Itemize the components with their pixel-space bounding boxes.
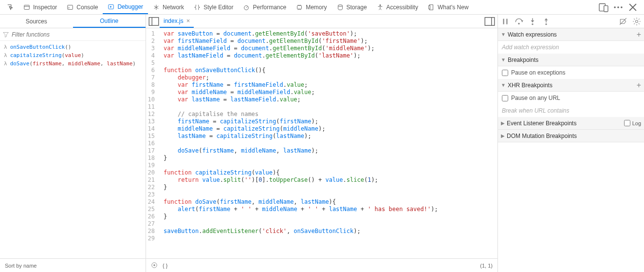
pick-element-icon — [7, 4, 14, 11]
network-icon — [153, 4, 160, 11]
debug-controls — [498, 15, 644, 28]
toggle-right-icon — [484, 16, 496, 27]
close-devtools-button[interactable] — [627, 2, 638, 13]
svg-point-7 — [379, 4, 381, 6]
xhr-breakpoints-title: XHR Breakpoints — [508, 82, 552, 89]
svg-point-21 — [518, 22, 519, 24]
watch-expressions-input[interactable]: Add watch expression — [498, 41, 644, 54]
twisty-down-icon: ▼ — [501, 82, 506, 88]
responsive-icon — [598, 2, 609, 13]
xhr-breakpoints-header[interactable]: ▼ XHR Breakpoints + — [498, 79, 644, 92]
xhr-url-input[interactable]: Break when URL contains — [498, 104, 644, 117]
inspector-icon — [23, 4, 30, 11]
left-panel-tabs: SourcesOutline — [0, 15, 146, 28]
file-tab-close-button[interactable]: × — [186, 17, 190, 24]
svg-point-6 — [338, 4, 342, 6]
left-footer-sort[interactable]: Sort by name — [0, 258, 146, 272]
svg-rect-5 — [297, 5, 302, 9]
tab-debugger[interactable]: Debugger — [103, 0, 148, 14]
what-s-new-icon — [428, 4, 435, 11]
svg-rect-2 — [68, 5, 73, 9]
code-editor[interactable]: 1234567891011121314151617181920212223242… — [146, 28, 497, 258]
file-tab-label: index.js — [164, 18, 184, 24]
tab-performance[interactable]: Performance — [238, 0, 291, 14]
event-listener-breakpoints-header[interactable]: ▶ Event Listener Breakpoints Log — [498, 117, 644, 130]
debugger-settings-button[interactable] — [632, 17, 641, 26]
twisty-down-icon: ▼ — [501, 57, 506, 62]
style-editor-icon — [194, 4, 201, 11]
tab-storage[interactable]: Storage — [332, 0, 372, 14]
add-xhr-breakpoint-button[interactable]: + — [637, 81, 641, 90]
svg-rect-15 — [149, 17, 159, 25]
svg-point-14 — [621, 6, 623, 8]
outline-item[interactable]: λcapitalizeString(value) — [0, 51, 146, 59]
step-over-button[interactable] — [515, 17, 523, 26]
toggle-right-pane-button[interactable] — [484, 16, 496, 27]
cursor-position: (1, 1) — [480, 263, 493, 269]
center-panel: index.js × 12345678910111213141516171819… — [146, 15, 498, 272]
watch-expressions-header[interactable]: ▼ Watch expressions + — [498, 28, 644, 41]
pause-on-exceptions-checkbox[interactable]: Pause on exceptions — [502, 69, 640, 76]
svg-rect-0 — [24, 5, 30, 9]
dots-icon — [613, 2, 624, 13]
filter-icon — [3, 32, 9, 38]
tab-inspector[interactable]: Inspector — [18, 0, 62, 14]
add-watch-button[interactable]: + — [637, 30, 641, 39]
tab-accessibility[interactable]: Accessibility — [372, 0, 423, 14]
accessibility-icon — [377, 4, 384, 11]
dom-mutation-breakpoints-header[interactable]: ▶ DOM Mutation Breakpoints — [498, 130, 644, 142]
toggle-sources-tree-button[interactable] — [148, 16, 160, 27]
file-tab-index-js[interactable]: index.js × — [160, 15, 194, 28]
file-tabs-bar: index.js × — [146, 15, 497, 28]
breakpoints-header[interactable]: ▼ Breakpoints — [498, 54, 644, 66]
svg-rect-17 — [485, 17, 495, 25]
source-map-icon[interactable] — [151, 262, 158, 270]
svg-rect-11 — [604, 5, 608, 11]
line-numbers: 1234567891011121314151617181920212223242… — [146, 28, 161, 258]
tab-style-editor[interactable]: Style Editor — [189, 0, 238, 14]
toolbar-tabs: InspectorConsoleDebuggerNetworkStyle Edi… — [2, 0, 598, 14]
step-in-button[interactable] — [528, 17, 537, 26]
svg-point-22 — [532, 23, 533, 24]
gear-icon — [632, 17, 641, 26]
filter-functions-input[interactable] — [12, 31, 143, 38]
step-out-button[interactable] — [542, 17, 551, 26]
editor-footer: { } (1, 1) — [146, 258, 497, 272]
twisty-down-icon: ▼ — [501, 32, 506, 37]
tab-memory[interactable]: Memory — [291, 0, 331, 14]
memory-icon — [296, 4, 303, 11]
pick-element-button[interactable] — [2, 1, 18, 14]
svg-point-12 — [614, 6, 616, 8]
event-log-checkbox[interactable]: Log — [624, 120, 641, 126]
outline-item[interactable]: λdoSave(firstName, middleName, lastName) — [0, 59, 146, 68]
breakpoints-title: Breakpoints — [508, 57, 538, 63]
storage-icon — [337, 4, 344, 11]
tab-console[interactable]: Console — [62, 0, 103, 14]
pause-button[interactable] — [501, 17, 510, 26]
devtools-toolbar: InspectorConsoleDebuggerNetworkStyle Edi… — [0, 0, 644, 15]
tab-network[interactable]: Network — [148, 0, 189, 14]
pretty-print-button[interactable]: { } — [163, 263, 167, 269]
responsive-mode-button[interactable] — [598, 2, 609, 13]
left-tab-sources[interactable]: Sources — [0, 15, 73, 28]
console-icon — [67, 4, 74, 11]
outline-list: λonSaveButtonClick()λcapitalizeString(va… — [0, 41, 146, 258]
right-panel: ▼ Watch expressions + Add watch expressi… — [498, 15, 644, 272]
tab-what-s-new[interactable]: What's New — [423, 0, 474, 14]
svg-point-20 — [153, 264, 155, 266]
left-panel: SourcesOutline λonSaveButtonClick()λcapi… — [0, 15, 146, 272]
debugger-icon — [108, 3, 114, 10]
deactivate-breakpoints-button[interactable] — [619, 17, 627, 26]
dom-mutation-title: DOM Mutation Breakpoints — [507, 133, 577, 139]
svg-point-13 — [617, 6, 619, 8]
left-tab-outline[interactable]: Outline — [73, 15, 146, 28]
watch-expressions-title: Watch expressions — [508, 31, 557, 38]
filter-functions-row — [0, 28, 146, 41]
kebab-menu-button[interactable] — [613, 2, 624, 13]
code-content: var saveButton = document.getElementById… — [161, 28, 438, 258]
pause-on-any-url-checkbox[interactable]: Pause on any URL — [502, 95, 640, 101]
svg-point-23 — [545, 23, 547, 24]
svg-point-25 — [636, 20, 638, 22]
twisty-right-icon: ▶ — [501, 133, 505, 138]
outline-item[interactable]: λonSaveButtonClick() — [0, 43, 146, 51]
